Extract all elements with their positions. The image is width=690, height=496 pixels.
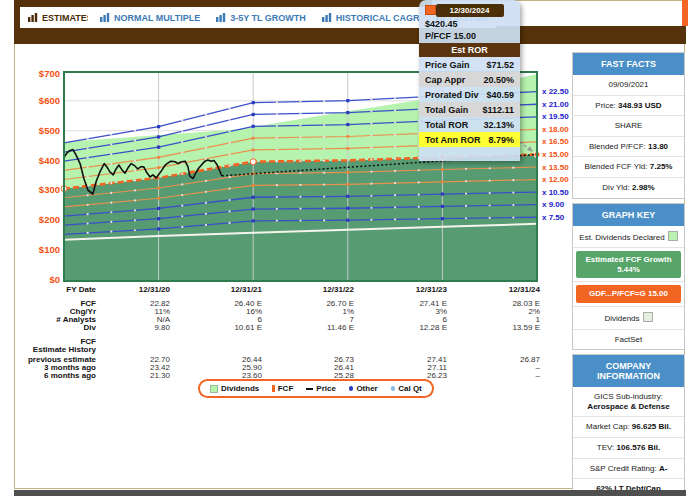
graph-key-box: GRAPH KEY Est. Dividends DeclaredEstimat…: [572, 203, 685, 351]
tooltip-row-label: Prorated Div: [425, 90, 479, 100]
graph-key-header: GRAPH KEY: [573, 204, 684, 226]
company-info-market-cap: Market Cap: 96.625 Bil.: [573, 416, 684, 437]
fast-facts-blended-p-fcf: Blended P/FCF: 13.80: [573, 136, 684, 157]
company-info-header: COMPANY INFORMATION: [573, 355, 684, 387]
fy-column-12-31-24: 12/31/2428.03 E2%113.59 E26.87––: [470, 286, 540, 381]
sidebar-value: 7.25%: [650, 162, 673, 171]
fy-cell-fy: 12/31/23: [416, 286, 447, 294]
fy-cell-m6: 21.30: [150, 372, 170, 380]
fy-column-12-31-23: 12/31/2327.41 E3%612.28 E27.4127.1126.23: [377, 286, 447, 381]
fast-facts-box: FAST FACTS 09/09/2021Price: 348.93 USDSH…: [572, 52, 685, 199]
legend-label: FCF: [278, 384, 294, 393]
legend-item-price[interactable]: Price: [306, 384, 336, 393]
fy-cell-div: 13.59 E: [512, 324, 540, 332]
graph-key-button-estimated-fcf-growth-5-44[interactable]: Estimated FCF Growth 5.44%: [576, 251, 681, 278]
tooltip-row-value: $71.52: [486, 60, 514, 70]
key-swatch: [668, 231, 678, 241]
tooltip-row-value: 8.79%: [488, 135, 514, 145]
fast-facts-share[interactable]: SHARE: [573, 115, 684, 136]
tooltip-price: $420.45: [419, 18, 520, 30]
svg-text:$600: $600: [39, 95, 60, 106]
fy-cell-m6: 26.23: [427, 372, 447, 380]
svg-text:$400: $400: [39, 155, 60, 166]
fy-cell-div: 12.28 E: [419, 324, 447, 332]
fy-cell-div: 9.80: [154, 324, 170, 332]
graph-key-factset: FactSet: [573, 329, 684, 350]
graph-key-est-dividends-declared: Est. Dividends Declared: [573, 226, 684, 248]
fast-facts-div-yld: Div Yld: 2.98%: [573, 177, 684, 198]
fy-column-12-31-21: 12/31/2126.40 E16%610.61 E26.4425.9023.6…: [192, 286, 262, 381]
fy-column-12-31-22: 12/31/2226.70 E1%711.46 E26.7326.4125.28: [284, 286, 354, 381]
svg-text:x 7.50: x 7.50: [542, 213, 565, 222]
tooltip-row-label: Cap Appr: [425, 75, 465, 85]
key-swatch: [643, 312, 653, 322]
svg-text:$0: $0: [49, 274, 60, 285]
sidebar-value: 96.625 Bil.: [632, 422, 671, 431]
tooltip-row-value: 20.50%: [483, 75, 514, 85]
fy-cell-div: 11.46 E: [327, 324, 354, 332]
svg-text:x 13.50: x 13.50: [542, 163, 569, 172]
fy-row-label: Div: [84, 324, 96, 332]
tooltip-row-price-gain: Price Gain $71.52: [419, 57, 520, 72]
fy-cell-fy: 12/31/20: [139, 286, 170, 294]
svg-text:x 16.50: x 16.50: [542, 137, 569, 146]
fy-cell-div: 10.61 E: [234, 324, 262, 332]
fast-facts-blended-fcf-yld: Blended FCF Yld: 7.25%: [573, 156, 684, 177]
y-axis-labels: $0$100$200$300$400$500$600$700: [39, 68, 60, 286]
graph-key-dividends: Dividends: [573, 306, 684, 329]
legend-marker-dash: [306, 388, 313, 390]
graph-key-button-gdf-p-fcf-g-15-00[interactable]: GDF...P/FCF=G 15.00: [576, 285, 681, 303]
legend-item-dividends[interactable]: Dividends: [210, 384, 259, 393]
legend-label: Cal Qt: [398, 384, 422, 393]
sidebar-value: 13.80: [648, 142, 668, 151]
fy-cell-fy: 12/31/22: [323, 286, 354, 294]
tooltip-section-header: Est ROR: [419, 43, 520, 57]
estimate-tooltip[interactable]: 12/30/2024 $420.45 P/FCF 15.00 Est ROR P…: [419, 0, 520, 161]
sidebar: FAST FACTS 09/09/2021Price: 348.93 USDSH…: [572, 52, 685, 496]
fast-facts-price: Price: 348.93 USD: [573, 95, 684, 116]
tooltip-row-label: Price Gain: [425, 60, 470, 70]
svg-text:x 12.00: x 12.00: [542, 175, 569, 184]
fy-cell-m6: –: [536, 372, 540, 380]
svg-text:x 10.50: x 10.50: [542, 188, 569, 197]
tooltip-row-cap-appr: Cap Appr 20.50%: [419, 72, 520, 87]
tooltip-row-total-gain: Total Gain $112.11: [419, 102, 520, 117]
tooltip-pfcf: P/FCF 15.00: [419, 30, 520, 42]
fast-facts-header: FAST FACTS: [573, 53, 684, 75]
legend-marker-dot: [349, 386, 354, 391]
tooltip-row-label: Total ROR: [425, 120, 468, 130]
legend-marker-dot: [391, 386, 396, 391]
fy-row-label: Estimate History: [33, 346, 96, 354]
tooltip-row-value: $40.59: [486, 90, 514, 100]
multiplier-labels: x 22.50x 21.00x 19.50x 18.00x 16.50x 15.…: [542, 87, 569, 222]
sidebar-value: 348.93 USD: [618, 101, 662, 110]
tooltip-row-value: 32.13%: [483, 120, 514, 130]
sidebar-value: 2.98%: [632, 183, 655, 192]
tooltip-row-tot-ann-ror: Tot Ann ROR 8.79%: [419, 132, 520, 147]
svg-text:$700: $700: [39, 68, 60, 79]
legend-label: Dividends: [221, 384, 259, 393]
legend-item-other[interactable]: Other: [349, 384, 378, 393]
sidebar-value: 106.576 Bil.: [617, 443, 661, 452]
fy-row-label: 6 months ago: [44, 372, 96, 380]
legend-item-cal-qt[interactable]: Cal Qt: [391, 384, 422, 393]
svg-text:$500: $500: [39, 125, 60, 136]
legend-marker-square: [210, 385, 218, 393]
chart-legend: DividendsFCFPriceOtherCal Qt: [198, 379, 434, 398]
tooltip-drag-handle[interactable]: [425, 5, 436, 15]
company-info-gics-sub-industry: GICS Sub-industry:Aerospace & Defense: [573, 387, 684, 416]
svg-text:x 19.50: x 19.50: [542, 112, 569, 121]
tooltip-row-value: $112.11: [482, 105, 514, 115]
fy-table: FY DateFCFChg/Yr# AnalystsDivFCFEstimate…: [0, 286, 560, 381]
legend-label: Price: [316, 384, 336, 393]
tooltip-date-badge: 12/30/2024: [436, 4, 504, 17]
svg-text:$200: $200: [39, 214, 60, 225]
sidebar-value: A-: [659, 464, 667, 473]
fy-row-label: FY Date: [66, 286, 96, 294]
company-info-box: COMPANY INFORMATION GICS Sub-industry:Ae…: [572, 354, 685, 496]
fast-facts-09-09-2021: 09/09/2021: [573, 75, 684, 95]
sidebar-value: Aerospace & Defense: [587, 402, 669, 411]
legend-item-fcf[interactable]: FCF: [272, 384, 293, 393]
tooltip-row-prorated-div: Prorated Div $40.59: [419, 87, 520, 102]
graph-key-gdf-p-fcf-g-15-00: GDF...P/FCF=G 15.00: [573, 281, 684, 303]
